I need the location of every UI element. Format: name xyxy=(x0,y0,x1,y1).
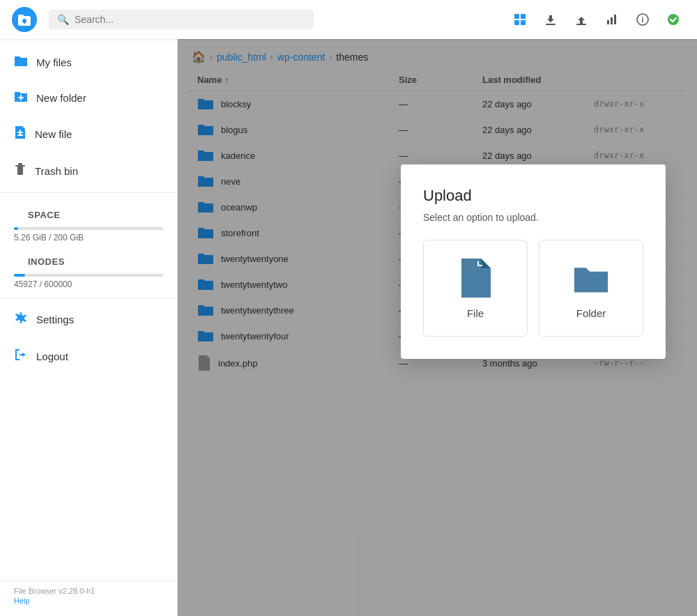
sidebar-divider-1 xyxy=(0,192,177,193)
sidebar-item-logout[interactable]: Logout xyxy=(0,338,177,375)
sidebar-item-trash-bin[interactable]: Trash bin xyxy=(0,153,177,190)
upload-button[interactable] xyxy=(569,7,594,32)
search-input[interactable] xyxy=(75,14,305,25)
folder-upload-icon xyxy=(573,257,609,299)
sidebar: My files New folder New file Trash bin S… xyxy=(0,39,178,616)
version-text: File Browser v2.28.0-h1 xyxy=(0,581,177,596)
inodes-section: Inodes 45927 / 600000 xyxy=(0,245,177,295)
sidebar-label-new-folder: New folder xyxy=(36,92,86,104)
space-section: Space 5.26 GiB / 200 GiB xyxy=(0,196,177,245)
main-layout: My files New folder New file Trash bin S… xyxy=(0,39,697,616)
svg-rect-5 xyxy=(514,14,519,19)
grid-view-button[interactable] xyxy=(507,7,533,32)
modal-title: Upload xyxy=(423,187,643,205)
svg-rect-10 xyxy=(576,24,586,25)
check-button[interactable] xyxy=(661,7,686,32)
info-button[interactable]: i xyxy=(630,7,655,32)
svg-rect-8 xyxy=(521,20,526,25)
svg-rect-12 xyxy=(611,17,613,24)
svg-rect-4 xyxy=(24,21,25,24)
new-file-icon xyxy=(14,125,26,143)
inodes-bar-background xyxy=(14,274,163,277)
upload-folder-label: Folder xyxy=(576,307,606,319)
sidebar-label-trash-bin: Trash bin xyxy=(35,165,78,177)
space-bar-fill xyxy=(14,227,18,230)
svg-rect-24 xyxy=(18,163,22,165)
sidebar-label-logout: Logout xyxy=(36,351,68,362)
svg-rect-11 xyxy=(607,20,609,24)
svg-text:i: i xyxy=(642,16,644,24)
sidebar-item-new-folder[interactable]: New folder xyxy=(0,80,177,116)
upload-folder-option[interactable]: Folder xyxy=(539,240,643,337)
space-title: Space xyxy=(14,201,163,223)
sidebar-divider-2 xyxy=(0,298,177,298)
help-link[interactable]: Help xyxy=(0,596,177,610)
header: 🔍 i xyxy=(0,0,697,39)
settings-icon xyxy=(14,311,28,328)
folder-icon xyxy=(14,54,28,70)
logout-icon xyxy=(14,348,28,365)
search-bar[interactable]: 🔍 xyxy=(49,10,314,29)
sidebar-item-settings[interactable]: Settings xyxy=(0,301,177,338)
sidebar-item-new-file[interactable]: New file xyxy=(0,116,177,153)
new-folder-icon xyxy=(14,90,28,106)
space-bar-background xyxy=(14,227,163,230)
trash-icon xyxy=(14,162,26,180)
upload-modal: Upload Select an option to upload. File xyxy=(401,164,666,359)
svg-rect-7 xyxy=(514,20,519,25)
svg-rect-6 xyxy=(521,14,526,19)
svg-rect-22 xyxy=(17,166,23,175)
sidebar-label-my-files: My files xyxy=(36,56,72,68)
sidebar-label-settings: Settings xyxy=(36,314,74,325)
inodes-bar-fill xyxy=(14,274,25,277)
inodes-text: 45927 / 600000 xyxy=(14,279,163,289)
svg-rect-23 xyxy=(15,165,25,167)
app-logo xyxy=(11,6,38,33)
header-actions: i xyxy=(507,7,686,32)
content-area: 🏠 › public_html › wp-content › themes Na… xyxy=(178,39,697,616)
upload-file-label: File xyxy=(467,307,484,319)
sidebar-item-my-files[interactable]: My files xyxy=(0,45,177,80)
upload-file-option[interactable]: File xyxy=(423,240,528,337)
svg-rect-2 xyxy=(18,15,24,17)
space-text: 5.26 GiB / 200 GiB xyxy=(14,233,163,242)
upload-modal-overlay[interactable]: Upload Select an option to upload. File xyxy=(178,39,697,616)
inodes-title: Inodes xyxy=(14,248,163,270)
svg-rect-13 xyxy=(614,15,616,24)
modal-options: File Folder xyxy=(423,240,643,337)
sidebar-bottom: File Browser v2.28.0-h1 Help xyxy=(0,580,177,610)
download-button[interactable] xyxy=(538,7,563,32)
stats-button[interactable] xyxy=(599,7,625,32)
svg-point-16 xyxy=(668,14,679,25)
sidebar-label-new-file: New file xyxy=(35,128,72,140)
svg-rect-9 xyxy=(546,24,556,25)
modal-subtitle: Select an option to upload. xyxy=(423,212,643,223)
file-upload-icon xyxy=(457,257,493,299)
search-icon: 🔍 xyxy=(57,14,69,25)
